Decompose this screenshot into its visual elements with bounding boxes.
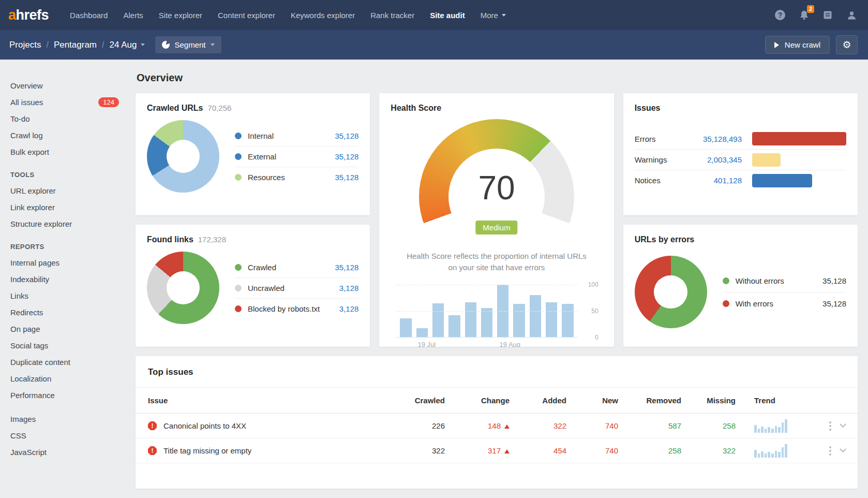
nav-item-dashboard[interactable]: Dashboard [62,11,115,20]
y-axis-tick: 0 [583,334,598,341]
row-menu-button[interactable] [829,446,831,456]
legend-value[interactable]: 35,128 [331,152,358,161]
issues-row-warnings: Warnings 2,003,345 [635,149,846,170]
legend-dot [235,133,242,139]
health-score-rating-badge: Medium [475,221,517,235]
expand-row-chevron-icon[interactable] [840,446,846,452]
nav-item-content-explorer[interactable]: Content explorer [210,11,283,20]
row-menu-button[interactable] [829,421,831,431]
card-title: Issues [635,104,661,113]
chevron-down-icon [502,14,506,17]
legend-dot [235,305,242,312]
sidebar-item-localization[interactable]: Localization [10,370,119,387]
card-title: URLs by errors [635,235,695,244]
sidebar-item-url-explorer[interactable]: URL explorer [10,182,119,199]
ahrefs-logo[interactable]: ahrefs [8,7,49,23]
legend-dot [723,300,729,307]
missing-value[interactable]: 258 [681,421,736,430]
col-header-new: New [566,396,618,405]
chevron-down-icon [211,43,215,46]
legend-row-internal: Internal 35,128 [235,125,358,146]
account-button[interactable] [845,9,858,21]
sidebar-item-images[interactable]: Images [10,411,119,427]
segment-dropdown[interactable]: Segment [155,36,221,53]
legend-dot [235,174,242,181]
notification-count-badge: 2 [807,5,814,13]
error-icon: ! [148,446,157,455]
added-value[interactable]: 322 [510,421,566,430]
nav-item-more[interactable]: More [473,11,514,20]
notifications-button[interactable]: 2 [798,9,810,21]
nav-item-alerts[interactable]: Alerts [115,11,151,20]
chevron-down-icon[interactable] [141,43,145,46]
sidebar-item-to-do[interactable]: To-do [10,110,119,127]
nav-item-rank-tracker[interactable]: Rank tracker [363,11,422,20]
sidebar-item-on-page[interactable]: On page [10,320,119,337]
crawl-date-dropdown[interactable]: 24 Aug [110,40,137,50]
sidebar-item-links[interactable]: Links [10,287,119,304]
col-header-removed: Removed [618,396,681,405]
sidebar-item-bulk-export[interactable]: Bulk export [10,143,119,160]
help-button[interactable]: ? [774,9,786,21]
sidebar-item-redirects[interactable]: Redirects [10,304,119,320]
page-title: Overview [137,72,858,84]
new-crawl-button[interactable]: New crawl [765,36,830,54]
sidebar-item-javascript[interactable]: JavaScript [10,444,119,460]
issues-card: Issues Errors 35,128,493 Warnings 2,003,… [623,93,858,215]
legend-value[interactable]: 35,128 [331,263,358,272]
all-issues-count-badge: 124 [98,97,119,107]
health-trend-bars[interactable] [396,285,577,338]
issues-row-notices: Notices 401,128 [635,170,846,191]
issue-name-link[interactable]: Title tag missing or empty [163,446,251,455]
sidebar-item-crawl-log[interactable]: Crawl log [10,127,119,143]
errors-count[interactable]: 35,128,493 [680,135,752,143]
legend-value[interactable]: 35,128 [331,173,358,182]
nav-item-site-audit[interactable]: Site audit [422,11,473,20]
removed-value[interactable]: 587 [618,421,681,430]
new-value[interactable]: 740 [566,421,618,430]
new-value[interactable]: 740 [566,446,618,455]
legend-value[interactable]: 3,128 [335,284,359,292]
notices-count[interactable]: 401,128 [680,176,752,185]
sidebar-item-indexability[interactable]: Indexability [10,271,119,287]
sidebar-item-duplicate-content[interactable]: Duplicate content [10,354,119,370]
sidebar-item-css[interactable]: CSS [10,427,119,444]
sidebar-item-overview[interactable]: Overview [10,77,119,94]
sidebar-item-performance[interactable]: Performance [10,387,119,403]
segment-pie-icon [162,41,170,49]
trend-sparkline [754,444,787,458]
missing-value[interactable]: 322 [681,446,736,455]
removed-value[interactable]: 258 [618,446,681,455]
sidebar-item-all-issues[interactable]: All issues124 [10,94,119,110]
settings-button[interactable]: ⚙ [836,35,858,54]
y-axis-tick: 50 [583,307,598,315]
breadcrumb-projects[interactable]: Projects [9,40,41,50]
sidebar-section-tools: TOOLS [10,171,119,179]
health-score-description: Health Score reflects the proportion of … [403,251,590,273]
legend-value[interactable]: 3,128 [335,304,359,313]
expand-row-chevron-icon[interactable] [840,421,846,428]
sidebar-item-social-tags[interactable]: Social tags [10,337,119,354]
card-title: Health Score [391,104,441,113]
warnings-count[interactable]: 2,003,345 [680,155,752,164]
sidebar-item-structure-explorer[interactable]: Structure explorer [10,215,119,232]
breadcrumb-separator: / [46,40,48,50]
sidebar-item-internal-pages[interactable]: Internal pages [10,254,119,271]
added-value[interactable]: 454 [510,446,566,455]
issues-row-errors: Errors 35,128,493 [635,128,846,149]
notices-bar [752,174,812,187]
legend-dot [235,285,242,291]
legend-row-crawled: Crawled 35,128 [235,257,358,277]
legend-row-without-errors: Without errors 35,128 [723,269,846,292]
breadcrumb-project-name[interactable]: Pentagram [54,40,97,50]
nav-item-keywords-explorer[interactable]: Keywords explorer [283,11,363,20]
issue-name-link[interactable]: Canonical points to 4XX [163,421,246,430]
nav-item-site-explorer[interactable]: Site explorer [151,11,210,20]
sidebar: Overview All issues124 To-do Crawl log B… [0,60,129,498]
sidebar-item-link-explorer[interactable]: Link explorer [10,199,119,215]
legend-value[interactable]: 35,128 [331,131,358,140]
x-axis-tick: 19 Aug [500,341,521,347]
crawled-value: 226 [396,421,445,430]
feedback-button[interactable] [821,9,834,21]
health-score-trend-chart: 100 50 0 19 Jul 19 Aug [396,285,577,338]
